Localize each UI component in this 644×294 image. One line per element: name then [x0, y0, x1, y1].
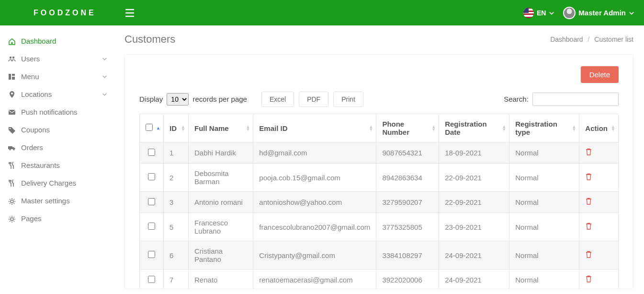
- display-prefix: Display: [139, 95, 163, 103]
- delete-row-button[interactable]: [585, 173, 592, 181]
- page-size-select[interactable]: 10: [167, 93, 189, 106]
- sidebar-item-orders[interactable]: Orders: [0, 139, 117, 156]
- cell-date: 23-09-2021: [439, 213, 509, 241]
- page-title: Customers: [124, 33, 175, 46]
- col-action[interactable]: Action▲▼: [579, 114, 619, 142]
- search-input[interactable]: [532, 93, 619, 106]
- sidebar-item-menu[interactable]: Menu: [0, 68, 117, 85]
- cell-phone: 8942863634: [376, 164, 439, 192]
- sidebar-item-pages[interactable]: Pages: [0, 210, 117, 227]
- content-card: Delete Display 10 records per page Excel…: [124, 54, 633, 289]
- cell-email: hd@gmail.com: [253, 142, 376, 164]
- chevron-down-icon: [102, 91, 107, 98]
- cell-name: Cristiana Pantano: [189, 241, 253, 270]
- sidebar-item-push-notifications[interactable]: Push notifications: [0, 103, 117, 121]
- topbar: FOODZONE EN Master Admin: [0, 0, 644, 25]
- customers-table: ▲ ID▲▼ Full Name▲▼ Email ID▲▼ Phone Numb…: [139, 114, 619, 289]
- delete-row-button[interactable]: [585, 223, 592, 230]
- sidebar-item-master-settings[interactable]: Master settings: [0, 192, 117, 210]
- col-select[interactable]: ▲: [140, 114, 164, 142]
- cell-phone: 3922020006: [376, 270, 439, 290]
- print-button[interactable]: Print: [333, 92, 363, 107]
- truck-icon: [8, 144, 21, 152]
- export-excel-button[interactable]: Excel: [261, 92, 294, 107]
- col-reg-type[interactable]: Registration type▲▼: [509, 114, 579, 142]
- chevron-down-icon: [102, 73, 107, 80]
- sidebar-item-label: Locations: [21, 90, 102, 98]
- gear-icon: [8, 197, 21, 205]
- cell-id: 6: [164, 241, 189, 270]
- select-all-checkbox[interactable]: [146, 124, 153, 131]
- page-size-control: Display 10 records per page: [139, 93, 247, 106]
- sidebar-item-label: Coupons: [21, 126, 107, 134]
- sidebar-item-label: Orders: [21, 143, 107, 152]
- tag-icon: [8, 126, 21, 134]
- cell-email: renatoemacerasi@gmail.com: [253, 270, 376, 290]
- delete-row-button[interactable]: [585, 251, 592, 259]
- brand-logo: FOODZONE: [34, 9, 96, 17]
- col-phone[interactable]: Phone Number▲▼: [376, 114, 439, 142]
- cell-type: Normal: [509, 213, 579, 241]
- cell-id: 7: [164, 270, 189, 290]
- cell-email: pooja.cob.15@gmail.com: [253, 164, 376, 192]
- chevron-down-icon: [629, 9, 634, 17]
- sidebar-item-dashboard[interactable]: Dashboard: [0, 32, 117, 50]
- cell-type: Normal: [509, 241, 579, 270]
- cell-phone: 9087654321: [376, 142, 439, 164]
- row-checkbox[interactable]: [148, 173, 155, 180]
- delete-row-button[interactable]: [585, 275, 592, 283]
- cell-email: antonioshow@yahoo.com: [253, 192, 376, 213]
- menu-icon: [8, 73, 21, 81]
- cell-date: 18-09-2021: [439, 142, 509, 164]
- col-full-name[interactable]: Full Name▲▼: [189, 114, 253, 142]
- cell-date: 24-09-2021: [439, 270, 509, 290]
- sidebar-item-delivery-charges[interactable]: Delivery Charges: [0, 174, 117, 192]
- cell-name: Francesco Lubrano: [189, 213, 253, 241]
- cell-name: Antonio romani: [189, 192, 253, 213]
- flag-icon: [523, 8, 534, 18]
- col-id[interactable]: ID▲▼: [164, 114, 189, 142]
- delete-row-button[interactable]: [585, 148, 592, 156]
- sidebar-item-users[interactable]: Users: [0, 50, 117, 68]
- row-checkbox[interactable]: [148, 198, 155, 205]
- row-checkbox[interactable]: [148, 251, 155, 258]
- row-checkbox[interactable]: [148, 276, 155, 283]
- breadcrumb-current: Customer list: [594, 35, 633, 43]
- export-pdf-button[interactable]: PDF: [299, 92, 328, 107]
- gear-icon: [8, 215, 21, 223]
- sidebar-item-restaurants[interactable]: Restaurants: [0, 156, 117, 174]
- cell-name: Renato: [189, 270, 253, 290]
- user-menu[interactable]: Master Admin: [563, 7, 634, 19]
- cell-email: Cristypanty@gmail.com: [253, 241, 376, 270]
- sidebar: Dashboard Users Menu Locations Push noti…: [0, 25, 117, 289]
- language-switcher[interactable]: EN: [523, 8, 554, 18]
- sidebar-item-label: Master settings: [21, 197, 107, 205]
- cell-id: 2: [164, 164, 189, 192]
- table-row: 1 Dabhi Hardik hd@gmail.com 9087654321 1…: [140, 142, 619, 164]
- row-checkbox[interactable]: [148, 149, 155, 156]
- mail-icon: [8, 108, 21, 116]
- cell-name: Dabhi Hardik: [189, 142, 253, 164]
- sidebar-item-coupons[interactable]: Coupons: [0, 121, 117, 139]
- cell-phone: 3775325805: [376, 213, 439, 241]
- table-row: 6 Cristiana Pantano Cristypanty@gmail.co…: [140, 241, 619, 270]
- col-email[interactable]: Email ID▲▼: [253, 114, 376, 142]
- sidebar-item-label: Restaurants: [21, 161, 107, 169]
- language-label: EN: [537, 9, 546, 17]
- main-content: Customers Dashboard / Customer list Dele…: [117, 25, 644, 289]
- delete-button[interactable]: Delete: [581, 66, 619, 83]
- menu-toggle-button[interactable]: [125, 9, 135, 17]
- cell-date: 24-09-2021: [439, 241, 509, 270]
- cell-type: Normal: [509, 164, 579, 192]
- row-checkbox[interactable]: [148, 223, 155, 230]
- table-row: 2 Debosmita Barman pooja.cob.15@gmail.co…: [140, 164, 619, 192]
- pin-icon: [8, 91, 21, 98]
- col-reg-date[interactable]: Registration Date▲▼: [439, 114, 509, 142]
- sidebar-item-locations[interactable]: Locations: [0, 85, 117, 103]
- table-row: 5 Francesco Lubrano francescolubrano2007…: [140, 213, 619, 241]
- delete-row-button[interactable]: [585, 198, 592, 205]
- breadcrumb-root[interactable]: Dashboard: [550, 35, 583, 43]
- sidebar-item-label: Menu: [21, 72, 102, 81]
- cell-date: 22-09-2021: [439, 192, 509, 213]
- cell-email: francescolubrano2007@gmail.com: [253, 213, 376, 241]
